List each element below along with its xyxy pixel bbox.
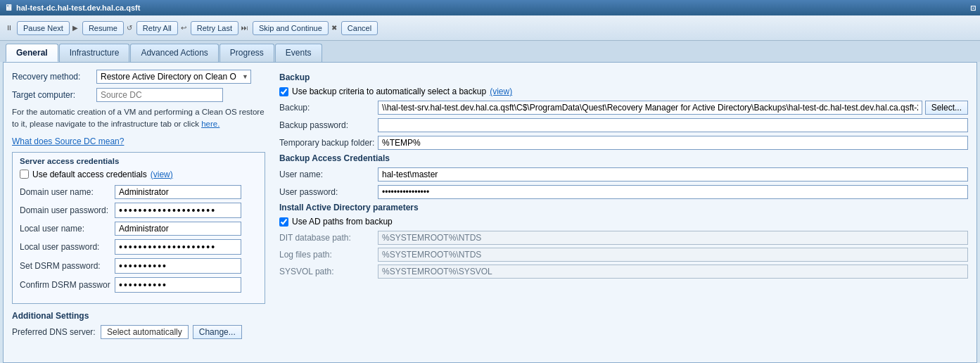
local-user-label: Local user name:	[20, 224, 115, 234]
dit-path-row: DIT database path:	[279, 231, 968, 245]
target-computer-row: Target computer:	[12, 88, 265, 102]
sysvol-input[interactable]	[378, 265, 968, 279]
user-password-input[interactable]	[378, 185, 968, 199]
tab-advanced-actions[interactable]: Advanced Actions	[130, 44, 218, 62]
temp-backup-input[interactable]	[378, 136, 968, 150]
recovery-method-label: Recovery method:	[12, 72, 96, 82]
skip-continue-button[interactable]: Skip and Continue	[253, 21, 329, 35]
temp-backup-label: Temporary backup folder:	[279, 138, 378, 148]
preferred-dns-label: Preferred DNS server:	[12, 327, 96, 337]
cancel-button[interactable]: Cancel	[341, 21, 378, 35]
tab-bar: General Infrastructure Advanced Actions …	[0, 41, 980, 62]
use-default-view-link[interactable]: (view)	[151, 170, 173, 179]
local-password-row: Local user password:	[20, 239, 257, 255]
backup-access-title: Backup Access Credentials	[279, 153, 968, 163]
temp-backup-row: Temporary backup folder:	[279, 136, 968, 150]
target-computer-label: Target computer:	[12, 90, 96, 100]
info-text-content: For the automatic creation of a VM and p…	[12, 108, 265, 128]
local-password-input[interactable]	[115, 239, 241, 255]
local-user-input[interactable]	[115, 222, 241, 236]
backup-password-label: Backup password:	[279, 120, 378, 130]
local-user-row: Local user name:	[20, 222, 257, 236]
confirm-dsrm-label: Confirm DSRM passwor	[20, 280, 115, 290]
user-password-label: User password:	[279, 187, 378, 197]
dsrm-password-input[interactable]	[115, 258, 241, 274]
domain-password-label: Domain user password:	[20, 205, 115, 215]
select-auto-button[interactable]: Select automatically	[101, 325, 189, 339]
tab-infrastructure[interactable]: Infrastructure	[59, 44, 130, 62]
backup-label: Backup:	[279, 103, 378, 113]
here-link[interactable]: here.	[201, 120, 219, 128]
use-default-checkbox[interactable]	[20, 170, 29, 179]
use-default-label: Use default access credentials	[32, 170, 147, 179]
log-files-row: Log files path:	[279, 248, 968, 262]
log-files-input[interactable]	[378, 248, 968, 262]
use-ad-paths-row: Use AD paths from backup	[279, 217, 968, 227]
server-credentials-title: Server access credentials	[20, 157, 257, 165]
confirm-dsrm-row: Confirm DSRM passwor	[20, 277, 257, 293]
log-files-label: Log files path:	[279, 250, 378, 260]
info-text: For the automatic creation of a VM and p…	[12, 106, 265, 131]
use-ad-paths-checkbox[interactable]	[279, 217, 288, 227]
use-backup-checkbox[interactable]	[279, 87, 288, 96]
domain-user-row: Domain user name:	[20, 185, 257, 199]
backup-password-row: Backup password:	[279, 118, 968, 132]
domain-password-row: Domain user password:	[20, 203, 257, 218]
backup-password-input[interactable]	[378, 118, 968, 132]
left-panel: Recovery method: Restore Active Director…	[12, 70, 265, 355]
dit-path-label: DIT database path:	[279, 233, 378, 243]
window-title: hal-test-dc.hal-test.dev.hal.ca.qsft	[16, 4, 140, 12]
recovery-method-row: Recovery method: Restore Active Director…	[12, 70, 265, 84]
dns-row: Preferred DNS server: Select automatical…	[12, 325, 265, 339]
domain-password-input[interactable]	[115, 203, 241, 218]
tab-events[interactable]: Events	[275, 44, 322, 62]
title-bar: 🖥 hal-test-dc.hal-test.dev.hal.ca.qsft ⊡	[0, 0, 980, 15]
use-backup-view-link[interactable]: (view)	[490, 87, 512, 96]
target-computer-input[interactable]	[96, 88, 223, 102]
restore-button[interactable]: ⊡	[970, 4, 976, 12]
retry-last-button[interactable]: Retry Last	[191, 21, 238, 35]
recovery-method-dropdown-wrapper: Restore Active Directory on Clean OS ▼	[96, 70, 251, 84]
right-panel: Backup Use backup criteria to automatica…	[279, 70, 968, 355]
use-backup-label: Use backup criteria to automatically sel…	[292, 87, 486, 96]
use-ad-paths-label: Use AD paths from backup	[292, 217, 393, 227]
dsrm-password-row: Set DSRM password:	[20, 258, 257, 274]
sysvol-label: SYSVOL path:	[279, 267, 378, 276]
use-default-row: Use default access credentials (view)	[20, 170, 257, 179]
sysvol-row: SYSVOL path:	[279, 265, 968, 279]
additional-settings: Additional Settings Preferred DNS server…	[12, 311, 265, 339]
domain-user-input[interactable]	[115, 185, 241, 199]
toolbar: ⏸ Pause Next ▶ Resume ↺ Retry All ↩ Retr…	[0, 15, 980, 41]
dit-path-input[interactable]	[378, 231, 968, 245]
tab-progress[interactable]: Progress	[219, 44, 274, 62]
pause-next-button[interactable]: Pause Next	[17, 21, 70, 35]
domain-user-label: Domain user name:	[20, 187, 115, 197]
additional-settings-title: Additional Settings	[12, 311, 265, 321]
username-row: User name:	[279, 167, 968, 182]
server-credentials-group: Server access credentials Use default ac…	[12, 152, 265, 304]
dsrm-password-label: Set DSRM password:	[20, 261, 115, 271]
backup-section-title: Backup	[279, 72, 968, 82]
backup-path-input[interactable]	[378, 101, 922, 115]
main-content: Recovery method: Restore Active Director…	[3, 62, 977, 363]
backup-select-button[interactable]: Select...	[925, 101, 968, 115]
what-mean-link[interactable]: What does Source DC mean?	[12, 136, 124, 146]
use-backup-row: Use backup criteria to automatically sel…	[279, 87, 968, 96]
recovery-method-select[interactable]: Restore Active Directory on Clean OS	[96, 70, 251, 84]
local-password-label: Local user password:	[20, 242, 115, 252]
install-ad-title: Install Active Directory parameters	[279, 203, 968, 212]
app-icon: 🖥	[4, 3, 13, 13]
tab-general[interactable]: General	[6, 44, 58, 62]
change-dns-button[interactable]: Change...	[193, 325, 242, 339]
confirm-dsrm-input[interactable]	[115, 277, 241, 293]
username-input[interactable]	[378, 167, 968, 182]
username-label: User name:	[279, 170, 378, 179]
user-password-row: User password:	[279, 185, 968, 199]
retry-all-button[interactable]: Retry All	[136, 21, 178, 35]
resume-button[interactable]: Resume	[82, 21, 124, 35]
backup-path-row: Backup: Select...	[279, 101, 968, 115]
